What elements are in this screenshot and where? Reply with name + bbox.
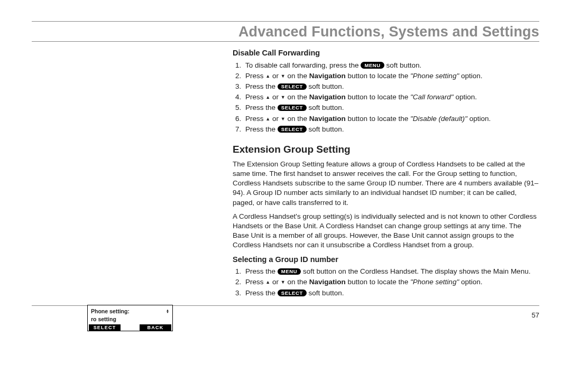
select-button-icon: SELECT bbox=[278, 83, 307, 90]
phone-display-widget: Phone setting: ▲▼ ro setting SELECT BACK bbox=[87, 305, 173, 331]
phone-display-line1: Phone setting: bbox=[91, 308, 130, 314]
step-item: Press the SELECT soft button. bbox=[243, 103, 539, 113]
content-columns: Phone setting: ▲▼ ro setting SELECT BACK… bbox=[32, 46, 539, 300]
phone-display-softkeys: SELECT BACK bbox=[88, 324, 172, 331]
rule-top bbox=[32, 21, 539, 22]
heading-selecting-group-id: Selecting a Group ID number bbox=[233, 255, 539, 265]
step-item: Press the SELECT soft button. bbox=[243, 82, 539, 91]
down-arrow-icon: ▼ bbox=[281, 94, 286, 100]
updown-arrows-icon: ▲▼ bbox=[166, 309, 169, 313]
page-header-title: Advanced Functions, Systems and Settings bbox=[32, 24, 539, 40]
steps-selecting-group-id: Press the MENU soft button on the Cordle… bbox=[233, 267, 539, 298]
select-button-icon: SELECT bbox=[278, 105, 307, 111]
step-item: Press ▲ or ▼ on the Navigation button to… bbox=[243, 71, 539, 81]
up-arrow-icon: ▲ bbox=[265, 94, 270, 100]
step-item: Press the MENU soft button on the Cordle… bbox=[243, 267, 539, 276]
step-item: To disable call forwarding, press the ME… bbox=[243, 61, 539, 70]
softkey-gap bbox=[121, 324, 140, 331]
step-item: Press ▲ or ▼ on the Navigation button to… bbox=[243, 92, 539, 102]
up-arrow-icon: ▲ bbox=[265, 279, 270, 285]
up-arrow-icon: ▲ bbox=[265, 116, 270, 122]
softkey-back: BACK bbox=[140, 324, 171, 331]
phone-display-line1-row: Phone setting: ▲▼ bbox=[88, 305, 172, 315]
steps-disable-call-forwarding: To disable call forwarding, press the ME… bbox=[233, 61, 539, 135]
right-column: Disable Call Forwarding To disable call … bbox=[233, 46, 539, 300]
menu-button-icon: MENU bbox=[361, 62, 384, 69]
heading-extension-group-setting: Extension Group Setting bbox=[233, 143, 539, 156]
select-button-icon: SELECT bbox=[278, 290, 307, 296]
rule-bottom bbox=[32, 41, 539, 42]
menu-button-icon: MENU bbox=[278, 268, 301, 275]
step-item: Press ▲ or ▼ on the Navigation button to… bbox=[243, 277, 539, 287]
down-arrow-icon: ▼ bbox=[281, 73, 286, 79]
step-item: Press the SELECT soft button. bbox=[243, 125, 539, 134]
left-column: Phone setting: ▲▼ ro setting SELECT BACK bbox=[32, 46, 233, 300]
paragraph: A Cordless Handset's group setting(s) is… bbox=[233, 212, 539, 250]
softkey-select: SELECT bbox=[89, 324, 121, 331]
heading-disable-call-forwarding: Disable Call Forwarding bbox=[233, 48, 539, 59]
up-arrow-icon: ▲ bbox=[265, 73, 270, 79]
select-button-icon: SELECT bbox=[278, 126, 307, 133]
phone-display-line2: ro setting bbox=[88, 315, 172, 324]
paragraph: The Extension Group Setting feature allo… bbox=[233, 160, 539, 208]
step-item: Press the SELECT soft button. bbox=[243, 288, 539, 298]
down-arrow-icon: ▼ bbox=[281, 116, 286, 122]
down-arrow-icon: ▼ bbox=[281, 279, 286, 285]
step-item: Press ▲ or ▼ on the Navigation button to… bbox=[243, 114, 539, 124]
manual-page: Advanced Functions, Systems and Settings… bbox=[32, 21, 539, 371]
